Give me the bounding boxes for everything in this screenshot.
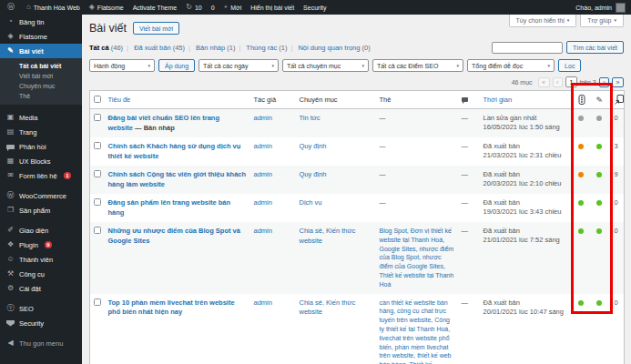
sidebar-item-settings[interactable]: ⚙ Cài đặt <box>0 281 82 296</box>
admin-bar-item-activate-theme[interactable]: Activate Theme <box>128 0 182 15</box>
last-page-button[interactable]: » <box>612 77 624 87</box>
sidebar-item-plugins[interactable]: ❖ Plugin 9 <box>0 238 82 252</box>
category-links[interactable]: Dịch vụ <box>300 198 322 207</box>
column-header-title[interactable]: Tiêu đề <box>105 91 250 109</box>
row-checkbox[interactable] <box>94 227 101 234</box>
admin-bar-item-security[interactable]: Security <box>299 0 331 15</box>
sidebar-item-users[interactable]: ☺ Thành viên <box>0 252 82 267</box>
view-link-all[interactable]: Tất cả (46) <box>89 44 123 52</box>
post-title-link[interactable]: Chính sách Cộng tác viên giới thiệu khác… <box>108 170 247 188</box>
sidebar-item-tools[interactable]: ⚒ Công cụ <box>0 267 82 281</box>
row-checkbox[interactable] <box>94 298 101 306</box>
sidebar-item-icon: ✐ <box>6 227 15 234</box>
admin-bar-item-icon: ↻ <box>186 4 192 11</box>
submenu-item-categories[interactable]: Chuyên mục <box>0 81 82 91</box>
sidebar-item-dashboard[interactable]: ◔ Bảng tin <box>0 15 82 29</box>
add-new-post-button[interactable]: Viết bài mới <box>133 22 179 35</box>
row-checkbox[interactable] <box>94 170 101 177</box>
column-header-date[interactable]: Thời gian <box>480 91 575 109</box>
screen-options-button[interactable]: Tùy chọn hiển thị ▾ <box>509 15 577 27</box>
tag-links[interactable]: — <box>380 199 386 206</box>
sidebar-item-comments[interactable]: Phản hồi <box>0 139 82 154</box>
post-status-label: Lần sửa gần nhất <box>483 114 571 123</box>
tag-links[interactable]: — <box>380 143 386 149</box>
tag-links[interactable]: cần thiết kế website bán hàng, công cụ c… <box>380 299 452 364</box>
sidebar-item-media[interactable]: ▣ Media <box>0 110 82 125</box>
category-links[interactable]: Quy định <box>300 142 327 150</box>
admin-bar-item-label: 10 <box>195 5 202 11</box>
post-title-link[interactable]: Top 10 phần mềm livechat trên website ph… <box>108 298 235 317</box>
author-link[interactable]: admin <box>254 142 272 150</box>
category-links[interactable]: Chia sẻ, Kiến thức website <box>300 298 356 317</box>
post-title-link[interactable]: Những ưu nhược điểm của Blog Spot và Goo… <box>108 227 240 245</box>
author-link[interactable]: admin <box>254 198 272 207</box>
view-link-published[interactable]: Đã xuất bản (45) <box>134 44 185 52</box>
admin-bar-item-label: Hiển thị bài viết <box>250 5 294 11</box>
admin-bar-item-site-name[interactable]: ⌂ Thanh Hóa Web <box>22 0 85 15</box>
tag-links[interactable]: — <box>380 115 386 121</box>
table-row: Chính sách Khách hàng sử dụng dịch vụ th… <box>90 137 625 166</box>
admin-bar-item-wp-logo[interactable]: Ⓦ <box>3 0 22 15</box>
sidebar-item-contact-form[interactable]: ✉ Form liên hệ 1 <box>0 168 82 183</box>
seo-score-dot <box>578 172 584 177</box>
sidebar-item-seo[interactable]: Ⓨ SEO <box>0 301 82 316</box>
admin-bar-item-flatsome-theme[interactable]: ◈ Flatsome <box>85 0 128 15</box>
search-posts-button[interactable]: Tìm các bài viết <box>566 41 624 54</box>
sidebar-item-appearance[interactable]: ✐ Giao diện <box>0 223 82 238</box>
sidebar-item-posts[interactable]: ✎ Bài viết <box>0 44 82 58</box>
current-page-input[interactable] <box>565 76 577 87</box>
search-posts-input[interactable] <box>492 42 563 54</box>
category-filter-select[interactable]: Tất cả chuyên mục ▾ <box>282 59 369 72</box>
sidebar-item-security[interactable]: Security <box>0 316 82 330</box>
view-link-cornerstone[interactable]: Nội dung quan trọng (0) <box>298 44 370 52</box>
post-status-views: Tất cả (46) Đã xuất bản (45) Bản nháp (1… <box>89 44 371 52</box>
help-button[interactable]: Trợ giúp ▾ <box>580 15 624 27</box>
next-page-button[interactable]: › <box>599 77 609 87</box>
seo-score-filter-select[interactable]: Tất cả các Điểm SEO ▾ <box>372 59 463 72</box>
sidebar-item-ux-blocks[interactable]: ▦ UX Blocks <box>0 154 82 168</box>
admin-bar-item-updates[interactable]: ↻ 10 <box>181 0 207 15</box>
submenu-item-all-posts[interactable]: Tất cả bài viết <box>0 61 82 71</box>
views-and-search-row: Tất cả (46) Đã xuất bản (45) Bản nháp (1… <box>89 41 624 54</box>
author-link[interactable]: admin <box>254 298 272 307</box>
comment-count: — <box>462 298 469 307</box>
bulk-action-select[interactable]: Hành động ▾ <box>89 59 155 72</box>
notification-badge: 9 <box>45 241 52 248</box>
sidebar-item-woocommerce[interactable]: Ⓦ WooCommerce <box>0 188 82 203</box>
admin-bar-item-icon: + <box>224 4 229 11</box>
view-link-trash[interactable]: Thùng rác (1) <box>246 44 287 52</box>
readability-filter-select[interactable]: Tổng điểm dễ đọc ▾ <box>467 59 555 72</box>
sidebar-item-products[interactable]: ❒ Sản phẩm <box>0 203 82 217</box>
sidebar-item-icon: ✎ <box>6 47 15 55</box>
admin-bar-item-view-post[interactable]: Hiển thị bài viết <box>246 0 299 15</box>
tag-links[interactable]: Blog Spot, Đơn vị thiết kế website tại T… <box>380 228 454 288</box>
chevron-down-icon: ▾ <box>614 18 616 23</box>
post-title-link[interactable]: Chính sách Khách hàng sử dụng dịch vụ th… <box>108 142 241 160</box>
sidebar-item-flatsome[interactable]: ◈ Flatsome <box>0 29 82 44</box>
category-links[interactable]: Tin tức <box>300 114 321 122</box>
submenu-item-post-tags[interactable]: Thẻ <box>0 91 82 101</box>
apply-button[interactable]: Áp dụng <box>158 59 195 72</box>
admin-greeting[interactable]: Chào, admin <box>575 5 612 11</box>
submenu-item-add-new-post[interactable]: Viết bài mới <box>0 71 82 81</box>
filter-button[interactable]: Lọc <box>558 59 581 72</box>
tag-links[interactable]: — <box>380 171 386 177</box>
post-title-link[interactable]: Đăng sản phẩm lên trang website bán hàng <box>108 198 231 217</box>
author-link[interactable]: admin <box>254 114 272 122</box>
author-link[interactable]: admin <box>254 227 272 235</box>
sidebar-item-label: Bài viết <box>19 47 44 56</box>
date-filter-select[interactable]: Tất cả các ngày ▾ <box>198 59 279 72</box>
author-link[interactable]: admin <box>254 170 272 178</box>
row-checkbox[interactable] <box>94 142 101 149</box>
admin-bar-item-new-content[interactable]: + Mới <box>219 0 247 15</box>
category-links[interactable]: Chia sẻ, Kiến thức website <box>300 227 356 245</box>
category-links[interactable]: Quy định <box>300 170 327 178</box>
sidebar-item-collapse[interactable]: ◀ Thu gọn menu <box>0 336 82 350</box>
sidebar-item-pages[interactable]: ▤ Trang <box>0 125 82 139</box>
row-checkbox[interactable] <box>94 198 101 206</box>
select-all-checkbox[interactable] <box>94 96 101 103</box>
row-checkbox[interactable] <box>94 114 101 121</box>
view-link-draft[interactable]: Bản nháp (1) <box>196 44 235 52</box>
admin-bar-item-comments[interactable]: 0 <box>207 0 219 15</box>
admin-bar-item-icon: Ⓦ <box>7 4 15 11</box>
